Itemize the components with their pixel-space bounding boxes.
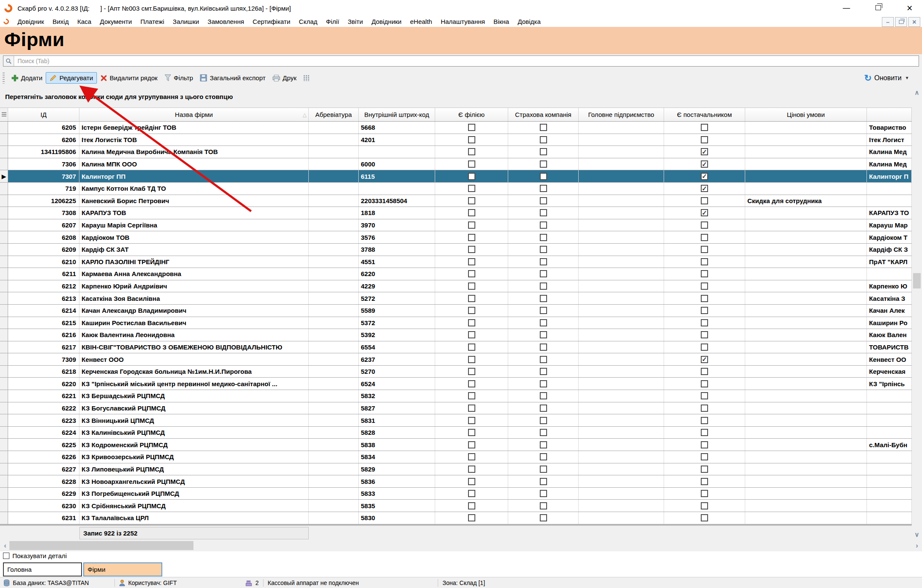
table-row-6226[interactable]: 6226КЗ Кривоозерський РЦПМСД5834 [0, 451, 912, 463]
checkbox-unchecked[interactable] [701, 368, 708, 375]
checkbox-unchecked[interactable] [701, 221, 708, 229]
table-row-6205[interactable]: 6205Істерн беверідж трейдінг ТОВ5668Това… [0, 122, 912, 134]
table-row-6216[interactable]: 6216Каюк Валентина Леонидовна5392Каюк Ва… [0, 329, 912, 341]
checkbox-checked[interactable]: ✓ [701, 185, 708, 192]
menu-item-Сертифікати[interactable]: Сертифікати [249, 18, 295, 25]
table-row-6227[interactable]: 6227КЗ Липовецький РЦПМСД5829 [0, 463, 912, 476]
checkbox-unchecked[interactable] [701, 429, 708, 436]
checkbox-unchecked[interactable] [468, 197, 475, 204]
checkbox-checked[interactable]: ✓ [701, 148, 708, 155]
checkbox-unchecked[interactable] [540, 453, 547, 460]
checkbox-unchecked[interactable] [540, 478, 547, 485]
checkbox-unchecked[interactable] [468, 246, 475, 253]
checkbox-unchecked[interactable] [540, 209, 547, 216]
checkbox-unchecked[interactable] [540, 136, 547, 143]
menu-item-Замовлення[interactable]: Замовлення [203, 18, 248, 25]
table-row-6225[interactable]: 6225КЗ Кодроменский РЦПМСД5838с.Малі-Буб… [0, 439, 912, 451]
window-minimize-button[interactable]: — [842, 4, 851, 12]
checkbox-unchecked[interactable] [701, 136, 708, 143]
column-header-ІД[interactable]: ІД [8, 108, 79, 121]
column-header-Цінові умови[interactable]: Цінові умови [745, 108, 867, 121]
menu-item-Налаштування[interactable]: Налаштування [436, 18, 489, 25]
checkbox-unchecked[interactable] [701, 307, 708, 314]
checkbox-unchecked[interactable] [540, 221, 547, 229]
table-row-1341195806[interactable]: 1341195806Калина Медична Виробнича Компа… [0, 146, 912, 158]
checkbox-unchecked[interactable] [701, 124, 708, 131]
scroll-up-arrow[interactable]: ∧ [912, 87, 922, 98]
checkbox-unchecked[interactable] [701, 246, 708, 253]
tab-Фірми[interactable]: Фірми [83, 562, 162, 576]
checkbox-unchecked[interactable] [701, 270, 708, 277]
checkbox-unchecked[interactable] [701, 478, 708, 485]
checkbox-unchecked[interactable] [701, 234, 708, 241]
checkbox-unchecked[interactable] [468, 478, 475, 485]
checkbox-unchecked[interactable] [468, 453, 475, 460]
table-row-6222[interactable]: 6222КЗ Богуславский РЦПМСД5827 [0, 402, 912, 415]
checkbox-unchecked[interactable] [540, 490, 547, 497]
menu-item-Склад[interactable]: Склад [295, 18, 322, 25]
checkbox-unchecked[interactable] [540, 417, 547, 424]
checkbox-unchecked[interactable] [468, 270, 475, 277]
refresh-dropdown-caret[interactable]: ▼ [905, 76, 909, 80]
checkbox-unchecked[interactable] [701, 319, 708, 326]
table-row-6231[interactable]: 6231КЗ Талалаївська ЦРЛ5830 [0, 512, 912, 524]
menu-item-Платежі[interactable]: Платежі [136, 18, 169, 25]
checkbox-unchecked[interactable] [540, 368, 547, 375]
checkbox-unchecked[interactable] [468, 356, 475, 363]
column-header-Абревіатура[interactable]: Абревіатура [309, 108, 359, 121]
table-row-7308[interactable]: 7308КАРАПУЗ ТОВ1818✓КАРАПУЗ ТО [0, 207, 912, 219]
table-row-6213[interactable]: 6213Касаткіна Зоя Василівна5272Касаткіна… [0, 292, 912, 305]
checkbox-unchecked[interactable] [468, 234, 475, 241]
horizontal-scrollbar[interactable]: ‹ › [0, 540, 922, 551]
column-header-Назва фірми[interactable]: Назва фірми△ [79, 108, 309, 121]
export-button[interactable]: Загальний експорт [196, 73, 269, 83]
tab-Головна[interactable]: Головна [3, 562, 82, 576]
checkbox-unchecked[interactable] [468, 209, 475, 216]
table-row-6208[interactable]: 6208Кардіоком ТОВ3576Кардіоком Т [0, 231, 912, 244]
checkbox-unchecked[interactable] [468, 221, 475, 229]
checkbox-unchecked[interactable] [540, 405, 547, 412]
checkbox-unchecked[interactable] [701, 343, 708, 351]
refresh-button[interactable]: ↻ Оновити ▼ [864, 73, 909, 83]
column-header-extra[interactable] [867, 108, 912, 121]
column-header-Страхова компанія[interactable]: Страхова компанія [508, 108, 579, 121]
search-box[interactable] [3, 55, 919, 67]
checkbox-checked[interactable]: ✓ [701, 160, 708, 168]
checkbox-unchecked[interactable] [540, 319, 547, 326]
checkbox-unchecked[interactable] [540, 307, 547, 314]
checkbox-checked[interactable]: ✓ [701, 209, 708, 216]
table-row-7307[interactable]: ▶7307Калинторг ПП6115✓Калинторг П [0, 170, 912, 183]
checkbox-unchecked[interactable] [468, 380, 475, 387]
vertical-scroll-thumb[interactable] [913, 273, 921, 288]
menu-item-Довідники[interactable]: Довідники [367, 18, 406, 25]
delete-row-button[interactable]: Видалити рядок [97, 73, 161, 83]
checkbox-unchecked[interactable] [468, 331, 475, 338]
search-icon[interactable] [3, 56, 14, 66]
checkbox-unchecked[interactable] [540, 197, 547, 204]
checkbox-checked[interactable]: ✓ [701, 356, 708, 363]
checkbox-unchecked[interactable] [468, 124, 475, 131]
checkbox-unchecked[interactable] [540, 331, 547, 338]
checkbox-unchecked[interactable] [468, 319, 475, 326]
checkbox-unchecked[interactable] [468, 343, 475, 351]
checkbox-unchecked[interactable] [701, 417, 708, 424]
checkbox-unchecked[interactable] [468, 160, 475, 168]
table-row-6221[interactable]: 6221КЗ Бершадський РЦПМСД5832 [0, 390, 912, 402]
checkbox-unchecked[interactable] [540, 295, 547, 302]
checkbox-unchecked[interactable] [540, 466, 547, 473]
show-details-checkbox[interactable] [3, 553, 9, 559]
checkbox-unchecked[interactable] [468, 258, 475, 265]
menu-item-Філії[interactable]: Філії [322, 18, 343, 25]
checkbox-unchecked[interactable] [468, 368, 475, 375]
table-row-6215[interactable]: 6215Каширин Ростислав Васильевич5372Каши… [0, 317, 912, 329]
checkbox-unchecked[interactable] [701, 331, 708, 338]
mdi-close-button[interactable]: × [908, 17, 920, 27]
toolbar-grip[interactable] [3, 73, 5, 84]
table-row-719[interactable]: 719Кампус Коттон Клаб ТД ТО✓ [0, 183, 912, 195]
checkbox-unchecked[interactable] [468, 514, 475, 521]
checkbox-unchecked[interactable] [468, 405, 475, 412]
table-row-6218[interactable]: 6218Керченская Городская больница №1им.Н… [0, 366, 912, 378]
table-row-6220[interactable]: 6220КЗ "Ірпінський міський центр первинн… [0, 378, 912, 390]
group-panel[interactable]: Перетягніть заголовок колонки сюди для у… [0, 87, 922, 108]
window-close-button[interactable]: × [905, 3, 914, 14]
